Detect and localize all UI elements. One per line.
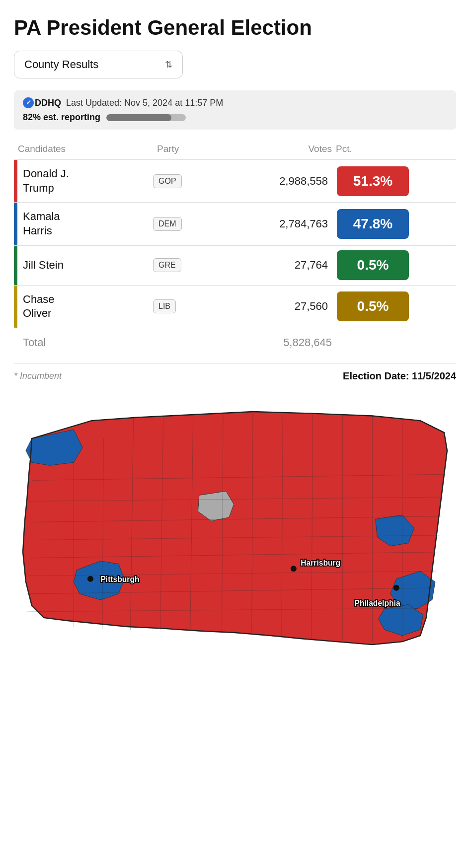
party-color-bar xyxy=(14,286,17,328)
party-color-bar xyxy=(14,160,17,202)
party-cell: LIB xyxy=(153,299,233,313)
total-row: Total 5,828,645 xyxy=(14,328,456,357)
party-badge: GOP xyxy=(153,174,182,188)
status-top: ✓ DDHQ Last Updated: Nov 5, 2024 at 11:5… xyxy=(23,97,447,108)
party-badge: LIB xyxy=(153,299,176,313)
pct-badge: 51.3% xyxy=(337,166,409,196)
map-svg: Pittsburgh Harrisburg Philadelphia xyxy=(14,403,456,659)
party-cell: DEM xyxy=(153,217,233,231)
party-cell: GRE xyxy=(153,258,233,272)
reporting-status: 82% est. reporting xyxy=(23,112,447,123)
page-title: PA President General Election xyxy=(14,16,456,40)
last-updated: Last Updated: Nov 5, 2024 at 11:57 PM xyxy=(66,98,223,108)
col-pct: Pct. xyxy=(336,144,415,154)
pct-cell: 0.5% xyxy=(332,250,411,280)
chevron-icon: ⇅ xyxy=(165,59,172,70)
pct-badge: 0.5% xyxy=(337,250,409,280)
election-date: Election Date: 11/5/2024 xyxy=(343,370,456,382)
candidate-name: Jill Stein xyxy=(14,251,153,280)
harrisburg-label: Harrisburg xyxy=(301,559,340,567)
reporting-label: 82% est. reporting xyxy=(23,112,100,123)
pct-cell: 47.8% xyxy=(332,209,411,239)
candidate-name: KamalaHarris xyxy=(14,203,153,245)
check-icon: ✓ xyxy=(23,97,34,108)
party-badge: DEM xyxy=(153,217,182,231)
harrisburg-dot xyxy=(291,566,297,572)
pa-map: Pittsburgh Harrisburg Philadelphia xyxy=(14,403,456,661)
pct-cell: 0.5% xyxy=(332,291,411,321)
progress-bar-outer xyxy=(106,114,186,121)
candidate-name: Donald J.Trump xyxy=(14,160,153,202)
results-table: Candidates Party Votes Pct. Donald J.Tru… xyxy=(14,144,456,357)
table-row: KamalaHarris DEM 2,784,763 47.8% xyxy=(14,202,456,245)
col-votes: Votes xyxy=(236,144,336,154)
table-header: Candidates Party Votes Pct. xyxy=(14,144,456,159)
votes-cell: 2,784,763 xyxy=(233,217,332,230)
philadelphia-label: Philadelphia xyxy=(355,599,400,607)
votes-cell: 27,764 xyxy=(233,259,332,272)
total-label: Total xyxy=(18,336,157,349)
table-row: Jill Stein GRE 27,764 0.5% xyxy=(14,245,456,285)
table-row: Donald J.Trump GOP 2,988,558 51.3% xyxy=(14,159,456,202)
pittsburgh-label: Pittsburgh xyxy=(100,575,139,583)
incumbent-note: * Incumbent xyxy=(14,371,62,381)
philadelphia-dot xyxy=(393,585,399,591)
votes-cell: 27,560 xyxy=(233,300,332,313)
pct-badge: 47.8% xyxy=(337,209,409,239)
ddhq-logo: ✓ DDHQ xyxy=(23,97,61,108)
table-row: ChaseOliver LIB 27,560 0.5% xyxy=(14,285,456,328)
party-badge: GRE xyxy=(153,258,181,272)
dropdown-wrap: County Results ⇅ xyxy=(14,51,456,78)
footer-row: * Incumbent Election Date: 11/5/2024 xyxy=(14,363,456,389)
party-color-bar xyxy=(14,246,17,285)
total-votes: 5,828,645 xyxy=(236,336,336,349)
status-bar: ✓ DDHQ Last Updated: Nov 5, 2024 at 11:5… xyxy=(14,90,456,130)
party-color-bar xyxy=(14,203,17,245)
col-candidates: Candidates xyxy=(18,144,157,154)
pittsburgh-dot xyxy=(87,576,93,582)
view-selector-dropdown[interactable]: County Results ⇅ xyxy=(14,51,183,78)
votes-cell: 2,988,558 xyxy=(233,175,332,188)
pct-cell: 51.3% xyxy=(332,166,411,196)
party-cell: GOP xyxy=(153,174,233,188)
pct-badge: 0.5% xyxy=(337,291,409,321)
dropdown-label: County Results xyxy=(24,58,98,71)
progress-bar-fill xyxy=(106,114,171,121)
candidate-name: ChaseOliver xyxy=(14,286,153,328)
col-party: Party xyxy=(157,144,236,154)
